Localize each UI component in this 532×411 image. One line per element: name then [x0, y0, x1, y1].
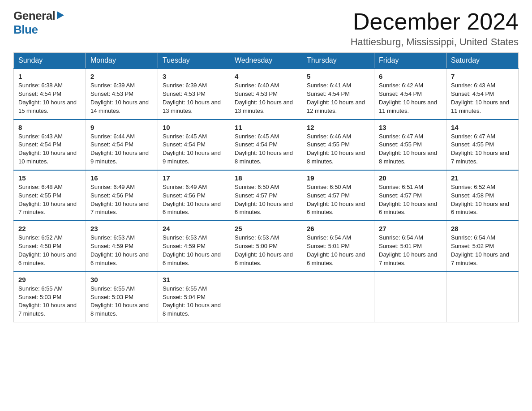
day-info: Sunrise: 6:43 AMSunset: 4:54 PMDaylight:… [18, 133, 81, 166]
day-info: Sunrise: 6:49 AMSunset: 4:56 PMDaylight:… [163, 183, 225, 217]
day-number: 24 [163, 225, 225, 232]
week-row-1: 1Sunrise: 6:38 AMSunset: 4:54 PMDaylight… [14, 68, 519, 119]
calendar-day-22: 22Sunrise: 6:52 AMSunset: 4:58 PMDayligh… [14, 221, 86, 271]
day-number: 5 [307, 73, 369, 80]
week-row-3: 15Sunrise: 6:48 AMSunset: 4:55 PMDayligh… [14, 170, 519, 221]
day-info: Sunrise: 6:52 AMSunset: 4:58 PMDaylight:… [451, 183, 514, 217]
day-number: 25 [235, 225, 297, 232]
calendar-day-6: 6Sunrise: 6:42 AMSunset: 4:54 PMDaylight… [374, 68, 446, 119]
day-number: 29 [18, 276, 81, 283]
week-row-2: 8Sunrise: 6:43 AMSunset: 4:54 PMDaylight… [14, 120, 519, 170]
weekday-header-thursday: Thursday [302, 53, 374, 69]
weekday-header-monday: Monday [86, 53, 158, 69]
calendar-day-2: 2Sunrise: 6:39 AMSunset: 4:53 PMDaylight… [86, 68, 158, 119]
title-block: December 2024 Hattiesburg, Mississippi, … [351, 9, 519, 48]
day-info: Sunrise: 6:51 AMSunset: 4:57 PMDaylight:… [379, 183, 442, 217]
day-number: 8 [18, 124, 81, 131]
empty-cell [446, 272, 519, 322]
day-info: Sunrise: 6:44 AMSunset: 4:54 PMDaylight:… [90, 133, 153, 166]
day-info: Sunrise: 6:47 AMSunset: 4:55 PMDaylight:… [451, 133, 514, 166]
day-number: 31 [163, 276, 225, 283]
logo-blue-text: Blue [13, 23, 38, 36]
day-info: Sunrise: 6:45 AMSunset: 4:54 PMDaylight:… [163, 133, 225, 166]
day-number: 30 [90, 276, 153, 283]
day-info: Sunrise: 6:55 AMSunset: 5:04 PMDaylight:… [163, 285, 225, 318]
calendar-day-7: 7Sunrise: 6:43 AMSunset: 4:54 PMDaylight… [446, 68, 519, 119]
day-info: Sunrise: 6:53 AMSunset: 4:59 PMDaylight:… [90, 234, 153, 267]
calendar-day-24: 24Sunrise: 6:53 AMSunset: 4:59 PMDayligh… [158, 221, 230, 271]
calendar-day-16: 16Sunrise: 6:49 AMSunset: 4:56 PMDayligh… [86, 170, 158, 221]
day-info: Sunrise: 6:40 AMSunset: 4:53 PMDaylight:… [235, 81, 297, 115]
day-number: 1 [18, 73, 81, 80]
day-number: 6 [379, 73, 442, 80]
empty-cell [230, 272, 302, 322]
day-number: 23 [90, 225, 153, 232]
weekday-header-wednesday: Wednesday [230, 53, 302, 69]
empty-cell [374, 272, 446, 322]
day-number: 19 [307, 174, 369, 182]
weekday-header-friday: Friday [374, 53, 446, 69]
day-info: Sunrise: 6:47 AMSunset: 4:55 PMDaylight:… [379, 133, 442, 166]
calendar-day-8: 8Sunrise: 6:43 AMSunset: 4:54 PMDaylight… [14, 120, 86, 170]
svg-marker-0 [57, 11, 64, 19]
day-info: Sunrise: 6:54 AMSunset: 5:01 PMDaylight:… [379, 234, 442, 267]
day-number: 28 [451, 225, 514, 232]
day-number: 11 [235, 124, 297, 131]
day-info: Sunrise: 6:41 AMSunset: 4:54 PMDaylight:… [307, 81, 369, 115]
calendar-day-11: 11Sunrise: 6:45 AMSunset: 4:54 PMDayligh… [230, 120, 302, 170]
calendar-day-29: 29Sunrise: 6:55 AMSunset: 5:03 PMDayligh… [14, 272, 86, 322]
day-number: 12 [307, 124, 369, 131]
day-number: 15 [18, 174, 81, 182]
calendar-day-13: 13Sunrise: 6:47 AMSunset: 4:55 PMDayligh… [374, 120, 446, 170]
day-number: 13 [379, 124, 442, 131]
day-number: 18 [235, 174, 297, 182]
calendar-day-31: 31Sunrise: 6:55 AMSunset: 5:04 PMDayligh… [158, 272, 230, 322]
logo: General Blue [13, 9, 65, 37]
week-row-5: 29Sunrise: 6:55 AMSunset: 5:03 PMDayligh… [14, 272, 519, 322]
day-info: Sunrise: 6:55 AMSunset: 5:03 PMDaylight:… [90, 285, 153, 318]
page-subtitle: Hattiesburg, Mississippi, United States [351, 36, 519, 48]
day-number: 22 [18, 225, 81, 232]
logo-general-text: General [13, 9, 55, 23]
day-info: Sunrise: 6:49 AMSunset: 4:56 PMDaylight:… [90, 183, 153, 217]
weekday-header-tuesday: Tuesday [158, 53, 230, 69]
day-info: Sunrise: 6:43 AMSunset: 4:54 PMDaylight:… [451, 81, 514, 115]
day-info: Sunrise: 6:48 AMSunset: 4:55 PMDaylight:… [18, 183, 81, 217]
calendar-header-row: SundayMondayTuesdayWednesdayThursdayFrid… [14, 53, 519, 69]
day-info: Sunrise: 6:54 AMSunset: 5:02 PMDaylight:… [451, 234, 514, 267]
day-number: 3 [163, 73, 225, 80]
calendar-day-10: 10Sunrise: 6:45 AMSunset: 4:54 PMDayligh… [158, 120, 230, 170]
calendar-day-9: 9Sunrise: 6:44 AMSunset: 4:54 PMDaylight… [86, 120, 158, 170]
page-title: December 2024 [351, 9, 519, 34]
weekday-header-sunday: Sunday [14, 53, 86, 69]
day-info: Sunrise: 6:46 AMSunset: 4:55 PMDaylight:… [307, 133, 369, 166]
day-info: Sunrise: 6:50 AMSunset: 4:57 PMDaylight:… [235, 183, 297, 217]
day-number: 17 [163, 174, 225, 182]
day-number: 26 [307, 225, 369, 232]
calendar-day-28: 28Sunrise: 6:54 AMSunset: 5:02 PMDayligh… [446, 221, 519, 271]
day-number: 10 [163, 124, 225, 131]
day-info: Sunrise: 6:50 AMSunset: 4:57 PMDaylight:… [307, 183, 369, 217]
day-info: Sunrise: 6:54 AMSunset: 5:01 PMDaylight:… [307, 234, 369, 267]
day-number: 14 [451, 124, 514, 131]
calendar-day-1: 1Sunrise: 6:38 AMSunset: 4:54 PMDaylight… [14, 68, 86, 119]
calendar-table: SundayMondayTuesdayWednesdayThursdayFrid… [13, 52, 519, 322]
day-number: 4 [235, 73, 297, 80]
day-number: 27 [379, 225, 442, 232]
day-number: 9 [90, 124, 153, 131]
day-number: 16 [90, 174, 153, 182]
day-info: Sunrise: 6:42 AMSunset: 4:54 PMDaylight:… [379, 81, 442, 115]
day-info: Sunrise: 6:45 AMSunset: 4:54 PMDaylight:… [235, 133, 297, 166]
calendar-day-26: 26Sunrise: 6:54 AMSunset: 5:01 PMDayligh… [302, 221, 374, 271]
weekday-header-saturday: Saturday [446, 53, 519, 69]
calendar-day-19: 19Sunrise: 6:50 AMSunset: 4:57 PMDayligh… [302, 170, 374, 221]
calendar-day-18: 18Sunrise: 6:50 AMSunset: 4:57 PMDayligh… [230, 170, 302, 221]
calendar-day-3: 3Sunrise: 6:39 AMSunset: 4:53 PMDaylight… [158, 68, 230, 119]
day-number: 21 [451, 174, 514, 182]
day-info: Sunrise: 6:55 AMSunset: 5:03 PMDaylight:… [18, 285, 81, 318]
day-number: 7 [451, 73, 514, 80]
calendar-day-21: 21Sunrise: 6:52 AMSunset: 4:58 PMDayligh… [446, 170, 519, 221]
day-info: Sunrise: 6:39 AMSunset: 4:53 PMDaylight:… [163, 81, 225, 115]
calendar-day-4: 4Sunrise: 6:40 AMSunset: 4:53 PMDaylight… [230, 68, 302, 119]
day-info: Sunrise: 6:39 AMSunset: 4:53 PMDaylight:… [90, 81, 153, 115]
